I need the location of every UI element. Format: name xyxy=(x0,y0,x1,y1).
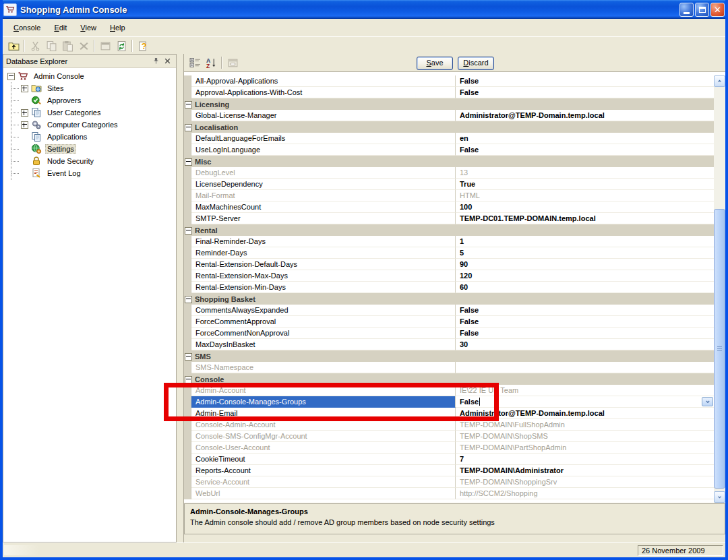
collapse-icon[interactable] xyxy=(185,158,192,166)
property-name[interactable]: WebUrl xyxy=(191,488,456,499)
property-value[interactable]: TEMP-DOMAIN\ShopSMS xyxy=(456,431,714,442)
tree-item-node-security[interactable]: Node Security xyxy=(3,155,176,167)
property-value[interactable]: False xyxy=(456,75,714,87)
property-value[interactable]: TEMP-DOMAIN\Administrator xyxy=(456,465,714,476)
menu-help[interactable]: Help xyxy=(103,21,132,34)
property-value[interactable]: TEMP-DC01.TEMP-DOMAIN.temp.local xyxy=(456,213,714,224)
save-button[interactable]: Save xyxy=(417,57,453,70)
collapse-icon[interactable] xyxy=(185,296,192,303)
collapse-icon[interactable] xyxy=(185,227,192,235)
property-name[interactable]: Mail-Format xyxy=(191,190,456,201)
scroll-down-button[interactable] xyxy=(714,491,725,503)
refresh-button[interactable] xyxy=(113,38,129,53)
property-value[interactable]: 30 xyxy=(456,339,714,350)
property-row-maxdaysinbasket[interactable]: MaxDaysInBasket30 xyxy=(184,339,714,350)
property-row-reminder-days[interactable]: Reminder-Days5 xyxy=(184,247,714,259)
property-value[interactable]: False xyxy=(456,87,714,98)
collapse-icon[interactable] xyxy=(185,353,192,361)
property-row-defaultlanguageforemails[interactable]: DefaultLanguageForEmailsen xyxy=(184,133,714,144)
category-row-rental[interactable]: Rental xyxy=(184,224,714,236)
expand-icon[interactable] xyxy=(21,121,28,129)
property-name[interactable]: CommentsAlwaysExpanded xyxy=(191,305,456,316)
property-name[interactable]: Approval-Applications-With-Cost xyxy=(191,87,456,98)
property-name[interactable]: Global-License-Manager xyxy=(191,110,456,121)
vertical-scrollbar[interactable] xyxy=(714,75,725,503)
tree-item-user-categories[interactable]: User Categories xyxy=(3,106,176,119)
property-value[interactable]: Administrator@TEMP-Domain.temp.local xyxy=(456,110,714,121)
category-row-localisation[interactable]: Localisation xyxy=(184,121,714,133)
property-value[interactable]: 90 xyxy=(456,259,714,270)
property-value[interactable]: False xyxy=(456,144,714,156)
value-dropdown-button[interactable] xyxy=(702,397,713,406)
scrollbar-thumb[interactable] xyxy=(714,209,725,489)
property-value[interactable]: TEMP-DOMAIN\FullShopAdmin xyxy=(456,419,714,431)
property-name[interactable]: All-Approval-Applications xyxy=(191,75,456,87)
property-name[interactable]: ForceCommentApproval xyxy=(191,316,456,328)
property-row-console-admin-account[interactable]: Console-Admin-AccountTEMP-DOMAIN\FullSho… xyxy=(184,419,714,431)
scroll-up-button[interactable] xyxy=(714,75,725,87)
collapse-icon[interactable] xyxy=(185,124,192,131)
property-row-commentsalwaysexpanded[interactable]: CommentsAlwaysExpandedFalse xyxy=(184,305,714,316)
property-name[interactable]: Console-SMS-ConfigMgr-Account xyxy=(191,431,456,442)
property-name[interactable]: Admin-Console-Manages-Groups xyxy=(191,396,456,408)
property-value[interactable]: 1 xyxy=(456,236,714,247)
panel-close-icon[interactable] xyxy=(162,56,173,67)
collapse-icon[interactable] xyxy=(7,73,15,80)
close-button[interactable]: ✕ xyxy=(710,3,725,17)
tree-item-sites[interactable]: Sites xyxy=(3,82,176,94)
property-value[interactable]: IE\22 IE UK Team xyxy=(456,385,714,396)
property-value[interactable]: TEMP-DOMAIN\PartShopAdmin xyxy=(456,442,714,454)
property-row-rental-extension-min-days[interactable]: Rental-Extension-Min-Days60 xyxy=(184,282,714,293)
property-row-cookietimeout[interactable]: CookieTimeout7 xyxy=(184,454,714,465)
discard-button[interactable]: Discard xyxy=(458,57,494,70)
property-name[interactable]: Admin-Account xyxy=(191,385,456,396)
property-value[interactable]: 100 xyxy=(456,201,714,213)
property-value[interactable]: 60 xyxy=(456,282,714,293)
tree-item-computer-categories[interactable]: Computer Categories xyxy=(3,119,176,131)
maximize-button[interactable] xyxy=(695,3,709,17)
property-row-console-sms-configmgr-account[interactable]: Console-SMS-ConfigMgr-AccountTEMP-DOMAIN… xyxy=(184,431,714,442)
category-row-sms[interactable]: SMS xyxy=(184,350,714,362)
property-row-sms-namespace[interactable]: SMS-Namespace xyxy=(184,362,714,373)
alphabetical-sort-button[interactable]: AZ xyxy=(203,55,219,70)
categorized-button[interactable] xyxy=(187,55,203,70)
property-value[interactable]: False xyxy=(456,305,714,316)
property-value[interactable]: False xyxy=(456,316,714,328)
property-value[interactable]: False xyxy=(456,396,714,408)
tree-item-settings[interactable]: Settings xyxy=(3,143,176,155)
property-row-forcecommentapproval[interactable]: ForceCommentApprovalFalse xyxy=(184,316,714,328)
property-value[interactable] xyxy=(456,362,714,373)
property-row-forcecommentnonapproval[interactable]: ForceCommentNonApprovalFalse xyxy=(184,328,714,339)
property-row-rental-extension-default-days[interactable]: Rental-Extension-Default-Days90 xyxy=(184,259,714,270)
property-row-service-account[interactable]: Service-AccountTEMP-DOMAIN\ShoppingSrv xyxy=(184,476,714,488)
property-name[interactable]: Admin-Email xyxy=(191,408,456,419)
property-name[interactable]: LicenseDependency xyxy=(191,179,456,190)
property-name[interactable]: DefaultLanguageForEmails xyxy=(191,133,456,144)
property-row-useloginlanguage[interactable]: UseLogInLanguageFalse xyxy=(184,144,714,156)
up-one-level-button[interactable] xyxy=(5,38,22,53)
property-name[interactable]: MaxMachinesCount xyxy=(191,201,456,213)
category-row-console[interactable]: Console xyxy=(184,373,714,385)
menu-view[interactable]: View xyxy=(73,21,103,34)
collapse-icon[interactable] xyxy=(185,101,192,108)
property-value[interactable]: en xyxy=(456,133,714,144)
property-name[interactable]: ForceCommentNonApproval xyxy=(191,328,456,339)
property-value[interactable]: 13 xyxy=(456,167,714,179)
property-name[interactable]: MaxDaysInBasket xyxy=(191,339,456,350)
property-row-admin-account[interactable]: Admin-AccountIE\22 IE UK Team xyxy=(184,385,714,396)
property-name[interactable]: CookieTimeout xyxy=(191,454,456,465)
property-row-reports-account[interactable]: Reports-AccountTEMP-DOMAIN\Administrator xyxy=(184,465,714,476)
property-value[interactable]: http://SCCM2/Shopping xyxy=(456,488,714,499)
property-row-rental-extension-max-days[interactable]: Rental-Extension-Max-Days120 xyxy=(184,270,714,282)
property-name[interactable]: Rental-Extension-Min-Days xyxy=(191,282,456,293)
property-row-mail-format[interactable]: Mail-FormatHTML xyxy=(184,190,714,201)
tree-item-applications[interactable]: Applications xyxy=(3,131,176,143)
property-name[interactable]: SMS-Namespace xyxy=(191,362,456,373)
property-name[interactable]: UseLogInLanguage xyxy=(191,144,456,156)
pin-icon[interactable] xyxy=(150,56,162,67)
property-name[interactable]: Service-Account xyxy=(191,476,456,488)
property-row-smtp-server[interactable]: SMTP-ServerTEMP-DC01.TEMP-DOMAIN.temp.lo… xyxy=(184,213,714,224)
property-row-maxmachinescount[interactable]: MaxMachinesCount100 xyxy=(184,201,714,213)
property-name[interactable]: DebugLevel xyxy=(191,167,456,179)
property-value[interactable]: True xyxy=(456,179,714,190)
